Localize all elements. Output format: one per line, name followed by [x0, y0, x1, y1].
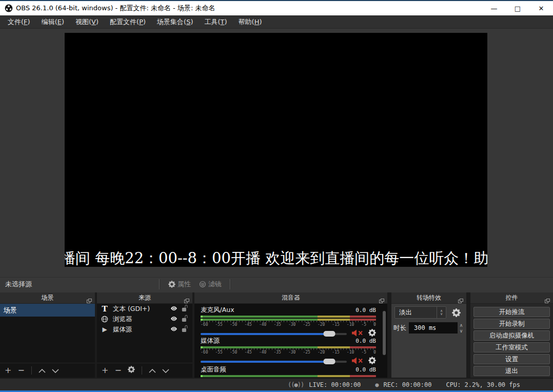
- tick-label: -35: [273, 350, 281, 355]
- sources-panel-title: 来源: [139, 293, 151, 302]
- duration-spinner: ∧ ∨: [458, 322, 465, 334]
- lock-icon[interactable]: [182, 305, 188, 313]
- controls-panel-title: 控件: [506, 293, 518, 302]
- duration-label: 时长: [393, 324, 409, 332]
- menu-label: ): [225, 18, 227, 26]
- maximize-button[interactable]: □: [506, 1, 529, 15]
- move-scene-down-button[interactable]: [52, 365, 59, 375]
- spin-down-button[interactable]: ∨: [458, 328, 465, 334]
- channel-db-value: 0.0 dB: [356, 307, 376, 313]
- volume-slider[interactable]: [201, 333, 347, 335]
- menu-item-tools[interactable]: 工具(T): [199, 15, 233, 29]
- chevron-down-icon: ∨: [440, 312, 443, 316]
- start-recording-button[interactable]: 开始录制: [473, 319, 550, 329]
- tick-label: -60: [201, 350, 208, 355]
- tick-label: -45: [244, 322, 251, 327]
- lock-icon[interactable]: [182, 325, 188, 334]
- menu-item-scene-collection[interactable]: 场景集合(S): [151, 15, 199, 29]
- move-scene-up-button[interactable]: [38, 365, 46, 375]
- tick-label: -5: [361, 350, 366, 355]
- sources-panel-header[interactable]: 来源: [97, 292, 192, 304]
- volume-meter: [201, 375, 376, 377]
- source-list-item-media[interactable]: ▶ 媒体源: [97, 324, 192, 335]
- mixer-panel-title: 混音器: [282, 293, 300, 302]
- source-list-item-text[interactable]: T 文本 (GDI+): [97, 304, 192, 314]
- remove-source-button[interactable]: −: [114, 366, 121, 375]
- menu-label: ): [62, 18, 64, 26]
- slider-handle[interactable]: [323, 331, 335, 337]
- remove-scene-button[interactable]: −: [17, 366, 24, 375]
- add-source-button[interactable]: +: [102, 366, 108, 375]
- visibility-eye-icon[interactable]: [170, 326, 178, 334]
- transitions-panel-header[interactable]: 转场特效: [391, 292, 466, 304]
- transitions-panel-title: 转场特效: [417, 293, 441, 302]
- controls-panel-header[interactable]: 控件: [470, 292, 553, 304]
- rec-dot-icon: ●: [375, 381, 378, 388]
- visibility-eye-icon[interactable]: [170, 305, 178, 313]
- scenes-list: 场景 + −: [0, 304, 95, 377]
- controls-panel: 控件 开始推流 开始录制 启动虚拟摄像机 工作室模式 设置 退出: [470, 292, 553, 378]
- gear-icon: [368, 357, 376, 364]
- move-source-down-button[interactable]: [162, 365, 169, 375]
- preview-canvas[interactable]: 播间 每晚22：00--8：00开播 欢迎来到直播间的每一位听众！助眠: [65, 33, 487, 267]
- menu-label: ): [259, 18, 262, 26]
- add-scene-button[interactable]: +: [5, 366, 11, 375]
- channel-db-value: 0.0 dB: [356, 366, 376, 373]
- settings-button[interactable]: 设置: [473, 354, 550, 364]
- menu-item-help[interactable]: 帮助(H): [233, 15, 268, 29]
- menu-label: 文件(: [8, 17, 24, 27]
- source-properties-button[interactable]: [128, 365, 135, 375]
- start-streaming-button[interactable]: 开始推流: [473, 307, 550, 317]
- scene-list-item[interactable]: 场景: [0, 304, 95, 317]
- duration-input[interactable]: 300 ms: [409, 322, 458, 334]
- move-source-up-button[interactable]: [149, 365, 156, 375]
- minimize-button[interactable]: —: [482, 1, 506, 15]
- studio-mode-button[interactable]: 工作室模式: [473, 342, 550, 352]
- menu-mnemonic: S: [186, 18, 190, 26]
- transition-selected-value: 淡出: [395, 308, 437, 317]
- mixer-scrollbar[interactable]: [383, 311, 386, 355]
- no-source-selected-label: 未选择源: [5, 280, 32, 289]
- media-source-icon: ▶: [101, 326, 109, 333]
- chevron-up-icon: [38, 369, 46, 373]
- spin-up-button[interactable]: ∧: [458, 322, 465, 328]
- sources-list: T 文本 (GDI+) 浏览器: [97, 304, 192, 377]
- menu-item-profile[interactable]: 配置文件(P): [104, 15, 151, 29]
- transition-properties-button[interactable]: [450, 306, 462, 319]
- menu-label: 工具(: [205, 17, 221, 27]
- tick-label: -35: [273, 322, 281, 327]
- dropdown-chevrons: ∧ ∨: [437, 307, 446, 318]
- source-list-item-browser[interactable]: 浏览器: [97, 314, 192, 324]
- menu-label: ): [190, 18, 193, 26]
- menu-item-file[interactable]: 文件(F): [2, 15, 36, 29]
- tick-label: -20: [318, 350, 325, 355]
- properties-button[interactable]: 属性: [168, 280, 191, 289]
- menu-item-view[interactable]: 视图(V): [70, 15, 104, 29]
- volume-slider[interactable]: [201, 361, 347, 363]
- statusbar: ((●)) LIVE: 00:00:00 ● REC: 00:00:00 CPU…: [0, 379, 553, 390]
- visibility-eye-icon[interactable]: [170, 316, 178, 323]
- mixer-panel-header[interactable]: 混音器: [194, 292, 387, 304]
- close-button[interactable]: ✕: [529, 1, 553, 15]
- start-virtual-camera-button[interactable]: 启动虚拟摄像机: [473, 330, 550, 341]
- tick-label: -40: [259, 350, 266, 355]
- properties-label: 属性: [177, 280, 191, 289]
- slider-handle[interactable]: [323, 359, 335, 364]
- lock-icon[interactable]: [182, 315, 188, 323]
- exit-button[interactable]: 退出: [473, 366, 550, 376]
- tick-label: -45: [244, 350, 251, 355]
- scenes-panel-header[interactable]: 场景: [0, 292, 95, 304]
- tick-label: -50: [230, 350, 237, 355]
- menu-label: 配置文件(: [110, 17, 139, 27]
- menu-mnemonic: H: [254, 18, 260, 26]
- menu-mnemonic: P: [139, 18, 143, 26]
- slider-fill: [201, 333, 329, 335]
- obs-window: OBS 26.1.0 (64-bit, windows) - 配置文件: 未命名…: [0, 0, 553, 392]
- mixer-channel-desktop: 桌面音频 0.0 dB: [201, 365, 376, 377]
- tick-label: -20: [318, 322, 325, 327]
- menu-item-edit[interactable]: 编辑(E): [36, 15, 70, 29]
- tick-label: -25: [303, 322, 310, 327]
- transition-select[interactable]: 淡出 ∧ ∨: [394, 306, 446, 319]
- titlebar[interactable]: OBS 26.1.0 (64-bit, windows) - 配置文件: 未命名…: [0, 1, 553, 15]
- filters-button[interactable]: 滤镜: [199, 280, 222, 289]
